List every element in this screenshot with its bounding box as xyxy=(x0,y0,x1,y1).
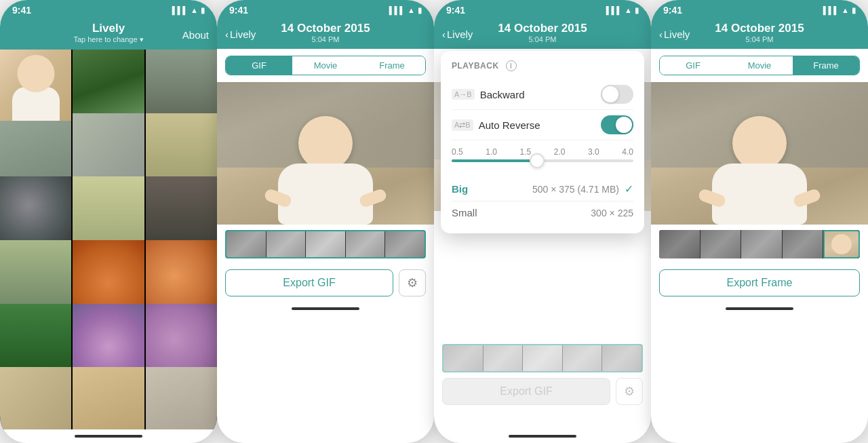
film-thumb-41[interactable] xyxy=(659,230,701,258)
export-area-2: Export GIF ⚙ xyxy=(225,269,426,296)
home-indicator-4 xyxy=(651,302,868,315)
photo-cell-14[interactable] xyxy=(73,304,144,375)
photo-cell-9[interactable] xyxy=(146,176,217,248)
photo-cell-2[interactable] xyxy=(73,50,144,121)
status-bar-4: 9:41 ▌▌▌ ▲ ▮ xyxy=(651,0,868,19)
size-big-value: 500 × 375 (4.71 MB) xyxy=(532,184,619,195)
status-bar-1: 9:41 ▌▌▌ ▲ ▮ xyxy=(0,0,217,19)
auto-reverse-toggle-knob xyxy=(616,117,632,133)
playback-header: PLAYBACK i xyxy=(452,60,633,71)
speed-thumb[interactable] xyxy=(530,153,545,168)
segment-movie-4[interactable]: Movie xyxy=(726,56,793,75)
photo-cell-6[interactable] xyxy=(146,113,217,185)
settings-button-2[interactable]: ⚙ xyxy=(399,269,426,296)
size-big-row[interactable]: Big 500 × 375 (4.71 MB) ✓ xyxy=(452,177,633,201)
main-image-4 xyxy=(651,82,868,225)
segment-control-2[interactable]: GIF Movie Frame xyxy=(225,56,426,75)
time-3: 9:41 xyxy=(446,5,465,16)
auto-reverse-row: A⇄B Auto Reverse xyxy=(452,110,633,140)
photo-cell-16[interactable] xyxy=(0,367,71,429)
time-2: 9:41 xyxy=(229,5,248,16)
backward-icon: A→B xyxy=(452,89,475,100)
nav-bar-1: Lively Tap here to change ▾ About xyxy=(0,19,217,50)
speed-track[interactable] xyxy=(452,159,633,162)
film-thumb-4[interactable] xyxy=(346,231,386,257)
film-strip-2[interactable] xyxy=(225,230,426,258)
status-bar-2: 9:41 ▌▌▌ ▲ ▮ xyxy=(217,0,434,19)
home-bar-3 xyxy=(509,435,576,438)
auto-reverse-toggle[interactable] xyxy=(601,115,633,134)
size-small-row[interactable]: Small 300 × 225 xyxy=(452,201,633,224)
home-indicator-1 xyxy=(0,429,217,443)
backward-toggle[interactable] xyxy=(601,85,633,104)
film-thumb-42[interactable] xyxy=(701,230,742,258)
battery-icon-2: ▮ xyxy=(418,6,422,15)
phone-4: 9:41 ▌▌▌ ▲ ▮ ‹ Lively 14 October 2015 5:… xyxy=(651,0,868,443)
size-big-label: Big xyxy=(452,183,468,195)
segment-gif-2[interactable]: GIF xyxy=(226,56,292,75)
wifi-icon: ▲ xyxy=(191,6,198,14)
phone-1: 9:41 ▌▌▌ ▲ ▮ Lively Tap here to change ▾… xyxy=(0,0,217,443)
speed-section: 0.5 1.0 1.5 2.0 3.0 4.0 xyxy=(452,140,633,172)
photo-cell-1[interactable] xyxy=(0,50,71,121)
film-thumb-selected[interactable] xyxy=(823,230,860,258)
photo-cell-8[interactable] xyxy=(73,176,144,248)
photo-cell-17[interactable] xyxy=(73,367,144,429)
info-icon[interactable]: i xyxy=(506,60,517,71)
film-thumb-3[interactable] xyxy=(306,231,346,257)
film-thumb-43[interactable] xyxy=(741,230,783,258)
wifi-icon-4: ▲ xyxy=(842,6,849,14)
photo-cell-11[interactable] xyxy=(73,240,144,311)
signal-icon-2: ▌▌▌ xyxy=(389,6,405,14)
segment-gif-4[interactable]: GIF xyxy=(660,56,726,75)
photo-cell-12[interactable] xyxy=(146,240,217,311)
time-4: 9:41 xyxy=(663,5,682,16)
film-strip-4[interactable] xyxy=(659,230,860,258)
playback-overlay: PLAYBACK i A→B Backward A⇄B Auto Reverse xyxy=(441,51,644,233)
segment-frame-2[interactable]: Frame xyxy=(359,56,425,75)
photo-cell-3[interactable] xyxy=(146,50,217,121)
photo-cell-18[interactable] xyxy=(146,367,217,429)
film-strip-3 xyxy=(442,344,643,372)
status-icons-4: ▌▌▌ ▲ ▮ xyxy=(823,6,856,15)
export-gif-button-2[interactable]: Export GIF xyxy=(225,269,393,296)
photo-cell-13[interactable] xyxy=(0,304,71,375)
phone-3: 9:41 ▌▌▌ ▲ ▮ ‹ Lively 14 October 2015 5:… xyxy=(434,0,651,443)
photo-cell-5[interactable] xyxy=(73,113,144,185)
film-thumb-44[interactable] xyxy=(783,230,824,258)
home-indicator-3 xyxy=(434,429,651,443)
home-indicator-2 xyxy=(217,302,434,315)
photo-cell-10[interactable] xyxy=(0,240,71,311)
battery-icon-3: ▮ xyxy=(635,6,639,15)
segment-movie-2[interactable]: Movie xyxy=(292,56,359,75)
nav-subtitle-1[interactable]: Tap here to change ▾ xyxy=(8,35,209,44)
main-image-2 xyxy=(217,82,434,225)
film-thumb-5[interactable] xyxy=(385,231,425,257)
size-small-label: Small xyxy=(452,207,477,218)
nav-subtitle-4: 5:04 PM xyxy=(659,35,860,43)
check-icon: ✓ xyxy=(625,182,633,195)
segment-frame-4[interactable]: Frame xyxy=(793,56,859,75)
signal-icon: ▌▌▌ xyxy=(172,6,188,14)
film-thumb-1[interactable] xyxy=(226,231,267,257)
photo-cell-7[interactable] xyxy=(0,176,71,248)
time-1: 9:41 xyxy=(12,5,31,16)
photo-cell-15[interactable] xyxy=(146,304,217,375)
auto-reverse-icon: A⇄B xyxy=(452,119,473,131)
export-frame-button-4[interactable]: Export Frame xyxy=(659,269,860,296)
home-bar-2 xyxy=(292,307,359,310)
nav-bar-4: ‹ Lively 14 October 2015 5:04 PM xyxy=(651,19,868,49)
home-bar-4 xyxy=(726,307,793,310)
segment-control-4[interactable]: GIF Movie Frame xyxy=(659,56,860,75)
export-gif-button-3: Export GIF xyxy=(442,378,610,405)
nav-title-1: Lively xyxy=(8,22,209,35)
film-thumb-2[interactable] xyxy=(267,231,307,257)
about-button[interactable]: About xyxy=(182,28,209,40)
battery-icon: ▮ xyxy=(201,6,205,15)
photo-cell-4[interactable] xyxy=(0,113,71,185)
photo-grid[interactable] xyxy=(0,50,217,429)
backward-row: A→B Backward xyxy=(452,79,633,110)
phone-2: 9:41 ▌▌▌ ▲ ▮ ‹ Lively 14 October 2015 5:… xyxy=(217,0,434,443)
playback-label: PLAYBACK xyxy=(452,61,499,71)
export-area-3: Export GIF ⚙ xyxy=(442,378,643,405)
